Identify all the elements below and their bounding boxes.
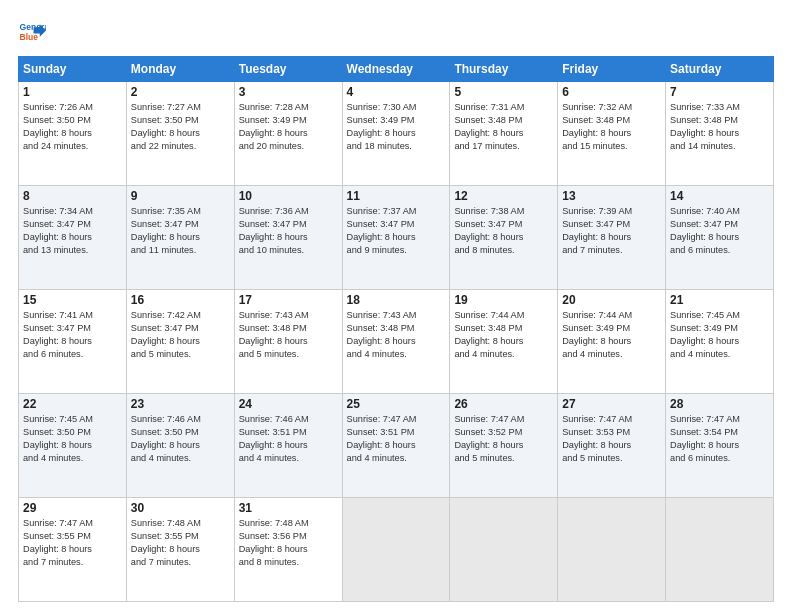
- day-info: Sunrise: 7:41 AMSunset: 3:47 PMDaylight:…: [23, 310, 93, 359]
- day-info: Sunrise: 7:46 AMSunset: 3:51 PMDaylight:…: [239, 414, 309, 463]
- calendar-cell: 9 Sunrise: 7:35 AMSunset: 3:47 PMDayligh…: [126, 186, 234, 290]
- day-info: Sunrise: 7:42 AMSunset: 3:47 PMDaylight:…: [131, 310, 201, 359]
- day-info: Sunrise: 7:31 AMSunset: 3:48 PMDaylight:…: [454, 102, 524, 151]
- day-number: 2: [131, 85, 230, 99]
- day-info: Sunrise: 7:27 AMSunset: 3:50 PMDaylight:…: [131, 102, 201, 151]
- calendar-cell: 1 Sunrise: 7:26 AMSunset: 3:50 PMDayligh…: [19, 82, 127, 186]
- calendar-cell: 10 Sunrise: 7:36 AMSunset: 3:47 PMDaylig…: [234, 186, 342, 290]
- calendar-cell: 13 Sunrise: 7:39 AMSunset: 3:47 PMDaylig…: [558, 186, 666, 290]
- day-number: 17: [239, 293, 338, 307]
- calendar-body: 1 Sunrise: 7:26 AMSunset: 3:50 PMDayligh…: [19, 82, 774, 602]
- day-number: 25: [347, 397, 446, 411]
- calendar-cell: 14 Sunrise: 7:40 AMSunset: 3:47 PMDaylig…: [666, 186, 774, 290]
- day-number: 9: [131, 189, 230, 203]
- calendar-cell: 28 Sunrise: 7:47 AMSunset: 3:54 PMDaylig…: [666, 394, 774, 498]
- weekday-header-wednesday: Wednesday: [342, 57, 450, 82]
- day-info: Sunrise: 7:46 AMSunset: 3:50 PMDaylight:…: [131, 414, 201, 463]
- calendar-cell: 26 Sunrise: 7:47 AMSunset: 3:52 PMDaylig…: [450, 394, 558, 498]
- day-number: 22: [23, 397, 122, 411]
- day-info: Sunrise: 7:43 AMSunset: 3:48 PMDaylight:…: [239, 310, 309, 359]
- day-number: 7: [670, 85, 769, 99]
- calendar-cell: 20 Sunrise: 7:44 AMSunset: 3:49 PMDaylig…: [558, 290, 666, 394]
- calendar-week-4: 22 Sunrise: 7:45 AMSunset: 3:50 PMDaylig…: [19, 394, 774, 498]
- day-info: Sunrise: 7:47 AMSunset: 3:51 PMDaylight:…: [347, 414, 417, 463]
- day-info: Sunrise: 7:36 AMSunset: 3:47 PMDaylight:…: [239, 206, 309, 255]
- logo: General Blue: [18, 18, 50, 46]
- day-info: Sunrise: 7:47 AMSunset: 3:54 PMDaylight:…: [670, 414, 740, 463]
- weekday-header-friday: Friday: [558, 57, 666, 82]
- calendar-cell: 24 Sunrise: 7:46 AMSunset: 3:51 PMDaylig…: [234, 394, 342, 498]
- day-number: 21: [670, 293, 769, 307]
- logo-icon: General Blue: [18, 18, 46, 46]
- calendar-cell: 2 Sunrise: 7:27 AMSunset: 3:50 PMDayligh…: [126, 82, 234, 186]
- day-number: 31: [239, 501, 338, 515]
- calendar-cell: [558, 498, 666, 602]
- day-info: Sunrise: 7:37 AMSunset: 3:47 PMDaylight:…: [347, 206, 417, 255]
- calendar-cell: 30 Sunrise: 7:48 AMSunset: 3:55 PMDaylig…: [126, 498, 234, 602]
- calendar-cell: [450, 498, 558, 602]
- day-number: 27: [562, 397, 661, 411]
- day-info: Sunrise: 7:33 AMSunset: 3:48 PMDaylight:…: [670, 102, 740, 151]
- calendar-cell: 4 Sunrise: 7:30 AMSunset: 3:49 PMDayligh…: [342, 82, 450, 186]
- calendar-cell: [342, 498, 450, 602]
- calendar-cell: [666, 498, 774, 602]
- day-number: 30: [131, 501, 230, 515]
- calendar-cell: 22 Sunrise: 7:45 AMSunset: 3:50 PMDaylig…: [19, 394, 127, 498]
- weekday-header-monday: Monday: [126, 57, 234, 82]
- calendar-cell: 31 Sunrise: 7:48 AMSunset: 3:56 PMDaylig…: [234, 498, 342, 602]
- calendar-cell: 29 Sunrise: 7:47 AMSunset: 3:55 PMDaylig…: [19, 498, 127, 602]
- day-info: Sunrise: 7:47 AMSunset: 3:55 PMDaylight:…: [23, 518, 93, 567]
- calendar-table: SundayMondayTuesdayWednesdayThursdayFrid…: [18, 56, 774, 602]
- day-info: Sunrise: 7:47 AMSunset: 3:52 PMDaylight:…: [454, 414, 524, 463]
- day-number: 6: [562, 85, 661, 99]
- day-info: Sunrise: 7:45 AMSunset: 3:50 PMDaylight:…: [23, 414, 93, 463]
- day-number: 20: [562, 293, 661, 307]
- day-number: 5: [454, 85, 553, 99]
- day-info: Sunrise: 7:45 AMSunset: 3:49 PMDaylight:…: [670, 310, 740, 359]
- calendar-cell: 6 Sunrise: 7:32 AMSunset: 3:48 PMDayligh…: [558, 82, 666, 186]
- day-info: Sunrise: 7:35 AMSunset: 3:47 PMDaylight:…: [131, 206, 201, 255]
- calendar-cell: 12 Sunrise: 7:38 AMSunset: 3:47 PMDaylig…: [450, 186, 558, 290]
- day-info: Sunrise: 7:32 AMSunset: 3:48 PMDaylight:…: [562, 102, 632, 151]
- day-number: 8: [23, 189, 122, 203]
- calendar-cell: 25 Sunrise: 7:47 AMSunset: 3:51 PMDaylig…: [342, 394, 450, 498]
- day-info: Sunrise: 7:44 AMSunset: 3:48 PMDaylight:…: [454, 310, 524, 359]
- calendar-cell: 19 Sunrise: 7:44 AMSunset: 3:48 PMDaylig…: [450, 290, 558, 394]
- day-number: 13: [562, 189, 661, 203]
- day-number: 23: [131, 397, 230, 411]
- day-number: 4: [347, 85, 446, 99]
- day-number: 26: [454, 397, 553, 411]
- calendar-cell: 18 Sunrise: 7:43 AMSunset: 3:48 PMDaylig…: [342, 290, 450, 394]
- weekday-header-sunday: Sunday: [19, 57, 127, 82]
- calendar-cell: 23 Sunrise: 7:46 AMSunset: 3:50 PMDaylig…: [126, 394, 234, 498]
- day-info: Sunrise: 7:30 AMSunset: 3:49 PMDaylight:…: [347, 102, 417, 151]
- calendar-cell: 21 Sunrise: 7:45 AMSunset: 3:49 PMDaylig…: [666, 290, 774, 394]
- day-number: 16: [131, 293, 230, 307]
- day-number: 28: [670, 397, 769, 411]
- day-info: Sunrise: 7:38 AMSunset: 3:47 PMDaylight:…: [454, 206, 524, 255]
- calendar-header-row: SundayMondayTuesdayWednesdayThursdayFrid…: [19, 57, 774, 82]
- page: General Blue SundayMondayTuesdayWednesda…: [0, 0, 792, 612]
- day-number: 10: [239, 189, 338, 203]
- day-info: Sunrise: 7:47 AMSunset: 3:53 PMDaylight:…: [562, 414, 632, 463]
- calendar-week-1: 1 Sunrise: 7:26 AMSunset: 3:50 PMDayligh…: [19, 82, 774, 186]
- weekday-header-tuesday: Tuesday: [234, 57, 342, 82]
- day-number: 24: [239, 397, 338, 411]
- calendar-week-3: 15 Sunrise: 7:41 AMSunset: 3:47 PMDaylig…: [19, 290, 774, 394]
- day-info: Sunrise: 7:48 AMSunset: 3:56 PMDaylight:…: [239, 518, 309, 567]
- calendar-cell: 5 Sunrise: 7:31 AMSunset: 3:48 PMDayligh…: [450, 82, 558, 186]
- calendar-cell: 7 Sunrise: 7:33 AMSunset: 3:48 PMDayligh…: [666, 82, 774, 186]
- day-info: Sunrise: 7:43 AMSunset: 3:48 PMDaylight:…: [347, 310, 417, 359]
- calendar-cell: 3 Sunrise: 7:28 AMSunset: 3:49 PMDayligh…: [234, 82, 342, 186]
- calendar-cell: 15 Sunrise: 7:41 AMSunset: 3:47 PMDaylig…: [19, 290, 127, 394]
- day-info: Sunrise: 7:34 AMSunset: 3:47 PMDaylight:…: [23, 206, 93, 255]
- day-number: 12: [454, 189, 553, 203]
- day-info: Sunrise: 7:40 AMSunset: 3:47 PMDaylight:…: [670, 206, 740, 255]
- calendar-cell: 16 Sunrise: 7:42 AMSunset: 3:47 PMDaylig…: [126, 290, 234, 394]
- calendar-week-2: 8 Sunrise: 7:34 AMSunset: 3:47 PMDayligh…: [19, 186, 774, 290]
- calendar-cell: 17 Sunrise: 7:43 AMSunset: 3:48 PMDaylig…: [234, 290, 342, 394]
- day-number: 11: [347, 189, 446, 203]
- day-number: 19: [454, 293, 553, 307]
- day-info: Sunrise: 7:44 AMSunset: 3:49 PMDaylight:…: [562, 310, 632, 359]
- day-number: 15: [23, 293, 122, 307]
